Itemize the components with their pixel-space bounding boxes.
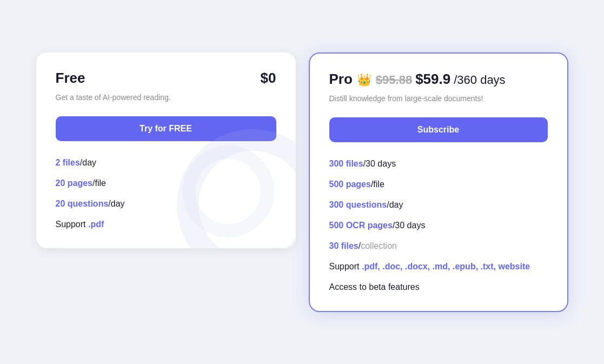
feature-highlight: .pdf, .doc, .docx, .md, .epub, .txt, web… <box>362 262 530 271</box>
list-item: 20 questions/day <box>56 197 276 210</box>
feature-highlight: 500 OCR pages <box>329 221 393 230</box>
feature-highlight: 30 files <box>329 241 359 250</box>
list-item: 300 files/30 days <box>329 157 548 170</box>
feature-highlight: .pdf <box>88 220 104 229</box>
feature-highlight: 20 pages <box>56 178 92 188</box>
free-card-header: Free $0 <box>56 70 276 87</box>
pricing-container: Free $0 Get a taste of AI-powered readin… <box>36 52 568 312</box>
pro-plan-title: Pro <box>329 71 353 88</box>
pro-current-price: $59.9 <box>415 71 450 88</box>
subscribe-button[interactable]: Subscribe <box>329 117 548 142</box>
pro-title-area: Pro 👑 $95.88 $59.9/360 days <box>329 71 506 88</box>
feature-rest: file <box>95 178 105 188</box>
free-plan-card: Free $0 Get a taste of AI-powered readin… <box>36 52 296 248</box>
feature-rest: file <box>373 180 384 189</box>
feature-text: Access to beta features <box>329 282 420 292</box>
list-item: 500 OCR pages/30 days <box>329 219 548 232</box>
feature-highlight: 20 questions <box>56 199 109 208</box>
feature-rest: 30 days <box>366 159 396 168</box>
pro-plan-card: Pro 👑 $95.88 $59.9/360 days Distill know… <box>309 52 568 312</box>
feature-rest: day <box>389 200 403 209</box>
list-item: 500 pages/file <box>329 178 548 191</box>
free-plan-price: $0 <box>261 70 276 87</box>
pro-features-list: 300 files/30 days 500 pages/file 300 que… <box>329 157 548 294</box>
feature-highlight: 2 files <box>56 158 80 167</box>
crown-icon: 👑 <box>357 73 371 87</box>
try-free-button[interactable]: Try for FREE <box>56 116 276 141</box>
free-plan-title: Free <box>56 70 85 87</box>
pro-plan-description: Distill knowledge from large-scale docum… <box>329 93 548 104</box>
free-plan-description: Get a taste of AI-powered reading. <box>56 92 276 103</box>
free-features-list: 2 files/day 20 pages/file 20 questions/d… <box>56 156 276 231</box>
feature-highlight: 300 questions <box>329 200 387 209</box>
list-item: 300 questions/day <box>329 198 548 211</box>
list-item: 2 files/day <box>56 156 276 169</box>
list-item: 30 files/collection <box>329 240 548 253</box>
list-item: 20 pages/file <box>56 177 276 190</box>
feature-rest-muted: collection <box>361 241 397 250</box>
feature-rest: day <box>82 158 96 167</box>
feature-highlight: 500 pages <box>329 180 371 189</box>
pro-price-period: /360 days <box>454 73 505 87</box>
list-item: Access to beta features <box>329 281 548 294</box>
feature-highlight: 300 files <box>329 159 363 168</box>
feature-prefix: Support <box>56 220 88 229</box>
list-item: Support .pdf, .doc, .docx, .md, .epub, .… <box>329 260 548 273</box>
pro-original-price: $95.88 <box>376 73 412 87</box>
list-item: Support .pdf <box>56 218 276 231</box>
feature-rest: 30 days <box>395 221 425 230</box>
pro-card-header: Pro 👑 $95.88 $59.9/360 days <box>329 71 548 88</box>
feature-rest: day <box>111 199 125 208</box>
feature-prefix: Support <box>329 262 362 271</box>
